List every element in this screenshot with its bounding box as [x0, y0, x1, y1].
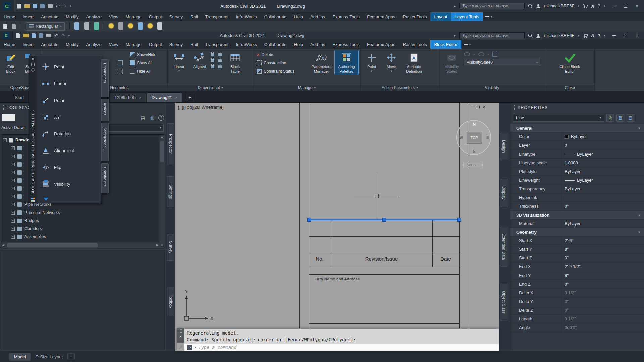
color-value[interactable]: ByLayer	[561, 132, 644, 141]
tab-collaborate[interactable]: Collaborate	[261, 40, 290, 49]
constraint-status-button[interactable]: Constraint Status	[255, 67, 308, 75]
section-geometry[interactable]: Geometry▾	[510, 228, 644, 236]
help-dropdown-icon[interactable]: ▾	[603, 4, 605, 8]
end-x-value[interactable]: 2'-9 1/2"	[561, 262, 644, 271]
tab-layout-tools[interactable]: Layout Tools	[451, 12, 483, 21]
move-action-button[interactable]: Move ▾	[382, 50, 400, 74]
expand-icon[interactable]: +	[11, 227, 15, 231]
grip-end[interactable]	[457, 218, 461, 222]
scroll-down-icon[interactable]	[44, 180, 48, 183]
scroll-right-icon[interactable]: ▶	[156, 243, 159, 247]
palette-item-point[interactable]: Point	[37, 58, 101, 75]
account-name[interactable]: michaelkBRE6E	[544, 33, 574, 38]
tab-prospector[interactable]: Prospector	[167, 123, 174, 164]
visibility-state-dropdown[interactable]: VisibilityState0▾	[464, 59, 540, 66]
attribute-definition-button[interactable]: A Attribute Definition	[402, 50, 426, 75]
tree-item-bridges[interactable]: +Bridges	[3, 217, 165, 225]
tab-modify[interactable]: Modify	[62, 12, 82, 21]
tab-block-editor[interactable]: Block Editor	[430, 40, 461, 49]
construction-button[interactable]: Construction	[255, 59, 308, 67]
expand-icon[interactable]: +	[11, 163, 15, 166]
close-tab-icon[interactable]: ×	[139, 95, 141, 100]
palette-properties-icon[interactable]	[31, 68, 35, 72]
model-tab[interactable]: Model	[9, 353, 31, 361]
parameters-manager-button[interactable]: ƒ(x) Parameters Manager	[310, 50, 333, 75]
close-button[interactable]: ×	[631, 4, 643, 9]
command-close-icon[interactable]: ×	[179, 334, 181, 339]
title-expand-icon[interactable]: ▸	[454, 33, 456, 38]
palette-item-visibility[interactable]: Visibility	[37, 176, 101, 192]
palette-item-alignment[interactable]: Alignment	[37, 142, 101, 159]
dimension-lock-icons[interactable]	[211, 50, 224, 68]
account-dropdown-icon[interactable]: ▾	[578, 4, 580, 8]
layout-tool-icon[interactable]	[74, 22, 79, 30]
search-input[interactable]	[459, 3, 525, 9]
viewport-config-dropdown[interactable]: Rectangular▾	[26, 22, 65, 31]
tab-transparent[interactable]: Transparent	[202, 40, 232, 49]
layer-value[interactable]: 0	[561, 141, 644, 149]
tab-manage[interactable]: Manage	[122, 12, 145, 21]
search-icon[interactable]	[528, 4, 533, 8]
panel-label-dimensional[interactable]: Dimensional▾	[168, 84, 253, 91]
panel-label-close[interactable]: Close	[545, 84, 594, 91]
expand-icon[interactable]: +	[11, 146, 15, 150]
user-icon[interactable]	[536, 33, 541, 38]
minimize-button[interactable]	[608, 33, 620, 38]
save-as-icon[interactable]	[40, 4, 45, 8]
plot-style-value[interactable]: ByLayer	[561, 167, 644, 176]
tab-annotate[interactable]: Annotate	[37, 12, 62, 21]
thickness-value[interactable]: 0"	[561, 202, 644, 210]
new-file-icon[interactable]	[17, 4, 21, 9]
tab-infraworks[interactable]: InfraWorks	[232, 12, 261, 21]
plot-icon[interactable]	[48, 4, 53, 8]
tab-design[interactable]: Design	[500, 133, 507, 160]
expand-icon[interactable]: +	[11, 211, 15, 215]
command-customize-wrench-icon[interactable]	[178, 345, 183, 350]
invisibility-icon[interactable]	[478, 52, 484, 56]
redo-icon[interactable]: ↷	[61, 33, 65, 38]
tab-rail[interactable]: Rail	[186, 12, 201, 21]
palette-autohide-icon[interactable]	[31, 63, 35, 66]
tab-rail[interactable]: Rail	[186, 40, 201, 49]
object-type-dropdown[interactable]: Line▾	[513, 114, 604, 122]
viewcube-west[interactable]: W	[459, 135, 463, 140]
store-cart-icon[interactable]	[583, 33, 588, 38]
expand-icon[interactable]: +	[11, 187, 15, 190]
tab-addins[interactable]: Add-ins	[307, 12, 329, 21]
visibility-states-button[interactable]: Visibility States	[441, 50, 462, 75]
tab-analyze[interactable]: Analyze	[83, 12, 105, 21]
toolspace-blank-button[interactable]	[2, 114, 15, 121]
scroll-down-icon[interactable]: ▼	[161, 244, 164, 247]
tab-raster-tools[interactable]: Raster Tools	[399, 40, 430, 49]
panel-toggle-icon[interactable]: ▤	[140, 114, 146, 121]
show-hide-button[interactable]: Show/Hide	[128, 50, 158, 59]
geometric-constraint-icon[interactable]	[118, 60, 123, 65]
tab-featured-apps[interactable]: Featured Apps	[363, 40, 399, 49]
new-layout-button[interactable]: +	[67, 353, 75, 360]
sun-tool-icon[interactable]	[109, 23, 114, 28]
palette-close-icon[interactable]: ×	[32, 57, 34, 61]
palette-item-xy[interactable]: XY	[37, 109, 101, 125]
tab-insert[interactable]: Insert	[19, 12, 38, 21]
app-manager-icon[interactable]: A	[591, 4, 594, 9]
doc-tab-start[interactable]: Start	[10, 92, 29, 102]
layout-tool-icon[interactable]	[84, 22, 89, 30]
visibility-mode-icon[interactable]	[492, 52, 497, 57]
maximize-button[interactable]	[620, 33, 631, 38]
end-z-value[interactable]: 0"	[561, 280, 644, 288]
recent-commands-icon[interactable]: ▾	[195, 346, 196, 349]
tab-help[interactable]: Help	[290, 12, 307, 21]
close-block-editor-button[interactable]: Close Block Editor	[554, 50, 585, 75]
sun-tool-icon[interactable]	[128, 23, 133, 28]
tab-manage[interactable]: Manage	[122, 40, 145, 49]
save-icon[interactable]	[32, 33, 36, 38]
redo-icon[interactable]: ↷	[63, 4, 67, 8]
palette-item-flip[interactable]: Flip	[37, 159, 101, 176]
account-dropdown-icon[interactable]: ▾	[578, 34, 580, 37]
panel-view-icon[interactable]: ▥	[149, 114, 156, 121]
new-file-icon[interactable]	[16, 33, 20, 38]
linetype-value[interactable]: ByLayer	[561, 150, 644, 158]
show-all-button[interactable]: Show All	[128, 59, 158, 67]
start-y-value[interactable]: 8"	[561, 245, 644, 253]
tab-express-tools[interactable]: Express Tools	[329, 12, 363, 21]
